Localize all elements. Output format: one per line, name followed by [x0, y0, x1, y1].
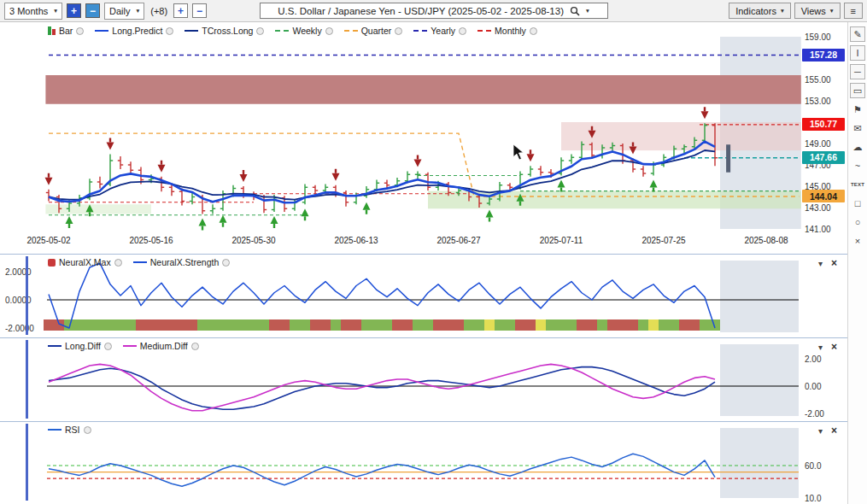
text-tool[interactable]: TEXT	[850, 177, 865, 192]
legend-item-weekly[interactable]: Weekly	[275, 26, 332, 36]
legend-item-rsi[interactable]: RSI	[48, 425, 91, 435]
legend-label: Yearly	[431, 26, 455, 36]
legend-toggle-dot[interactable]	[256, 27, 264, 35]
legend-item-long-diff[interactable]: Long.Diff	[48, 341, 112, 351]
legend-toggle-dot[interactable]	[104, 343, 112, 350]
hamburger-icon: ≡	[851, 6, 856, 16]
panel-divider[interactable]	[0, 421, 847, 422]
panel-collapse-button[interactable]: ▾	[818, 343, 823, 352]
legend-toggle-dot[interactable]	[222, 259, 230, 267]
symbol-search-box[interactable]: U.S. Dollar / Japanese Yen - USD/JPY (20…	[260, 3, 608, 19]
up-arrow-icon	[302, 208, 309, 216]
legend-toggle-dot[interactable]	[191, 343, 199, 350]
comment-tool[interactable]: ☁	[850, 139, 865, 155]
main-price-chart[interactable]	[0, 22, 801, 253]
line-marker-icon	[48, 345, 62, 347]
mouse-cursor	[513, 144, 524, 161]
rectangle-tool[interactable]: □	[850, 196, 865, 211]
neuralx-axis-labels: 2.00000.0000-2.0000	[2, 255, 44, 336]
up-arrow-icon	[271, 216, 278, 224]
up-arrow-icon	[220, 215, 227, 223]
panel-close-button[interactable]: ×	[831, 341, 837, 353]
up-arrow-icon	[363, 202, 371, 210]
down-arrow-icon	[158, 165, 166, 173]
indicators-label: Indicators	[735, 6, 776, 16]
legend-toggle-dot[interactable]	[166, 27, 173, 35]
menu-button[interactable]: ≡	[844, 3, 863, 19]
long.diff-line	[49, 367, 715, 410]
legend-item-tcross-long[interactable]: TCross.Long	[185, 26, 264, 36]
legend-toggle-dot[interactable]	[114, 259, 122, 267]
rect-draw-tool[interactable]: ▭	[850, 83, 865, 98]
square-marker-icon	[48, 259, 56, 267]
interval-select[interactable]: Daily ▾	[104, 3, 144, 20]
axis-tick-label: -2.0000	[5, 324, 34, 333]
neuralx-strength-line	[49, 263, 715, 328]
legend-label: Medium.Diff	[140, 341, 188, 351]
offset-minus-button[interactable]: −	[192, 3, 207, 18]
toolbar-right-group: Indicators ▾ Views ▾ ≡	[729, 3, 863, 19]
legend-toggle-dot[interactable]	[325, 27, 333, 35]
panel-collapse-button[interactable]: ▾	[818, 259, 823, 268]
legend-toggle-dot[interactable]	[76, 27, 84, 35]
panel-divider[interactable]	[0, 337, 847, 338]
top-toolbar: 3 Months ▾ + − Daily ▾ (+8) + − U.S. Dol…	[0, 0, 867, 22]
bar-marker-icon	[48, 26, 56, 35]
neuralx-panel-controls: ▾ ×	[818, 257, 847, 269]
axis-tick-label: 10.0	[805, 494, 821, 503]
down-arrow-icon	[414, 160, 422, 167]
legend-item-yearly[interactable]: Yearly	[413, 26, 466, 36]
panel-collapse-button[interactable]: ▾	[818, 426, 823, 436]
chevron-down-icon: ▾	[781, 7, 784, 15]
legend-toggle-dot[interactable]	[459, 27, 466, 35]
prediction-bar	[726, 144, 730, 173]
offset-plus-button[interactable]: +	[173, 3, 188, 18]
wave-tool[interactable]: ~	[850, 158, 865, 173]
ellipse-tool[interactable]: ○	[850, 214, 865, 230]
legend-item-neuralx-strength[interactable]: NeuralX.Strength	[133, 257, 231, 267]
legend-item-monthly[interactable]: Monthly	[477, 26, 537, 36]
range-minus-button[interactable]: −	[85, 3, 100, 18]
main-chart-legend: BarLong.PredictTCross.LongWeeklyQuarterY…	[48, 26, 537, 36]
price-tick-label: 155.00	[805, 75, 831, 85]
panel-divider[interactable]	[0, 254, 847, 255]
legend-item-long-predict[interactable]: Long.Predict	[95, 26, 173, 36]
up-arrow-icon	[486, 210, 494, 218]
panel-close-button[interactable]: ×	[831, 257, 837, 269]
diff-panel-chart[interactable]	[0, 339, 801, 419]
legend-toggle-dot[interactable]	[530, 27, 537, 35]
legend-item-bar[interactable]: Bar	[48, 26, 84, 36]
legend-item-neuralx-max[interactable]: NeuralX.Max	[48, 257, 122, 267]
line-marker-icon	[95, 30, 108, 32]
offset-label: (+8)	[150, 6, 167, 16]
note-tool[interactable]: ✉	[850, 120, 865, 136]
pencil-tool[interactable]: ✎	[850, 26, 865, 42]
range-select[interactable]: 3 Months ▾	[4, 3, 62, 20]
neuralx-panel-chart[interactable]	[0, 255, 801, 336]
axis-tick-label: 2.00	[805, 355, 821, 364]
delete-tool[interactable]: ×	[850, 233, 865, 249]
search-icon[interactable]	[570, 6, 580, 16]
chevron-down-icon[interactable]: ▾	[586, 7, 589, 15]
hline-tool[interactable]: ─	[850, 64, 865, 79]
legend-item-medium-diff[interactable]: Medium.Diff	[123, 341, 199, 351]
chevron-down-icon: ▾	[54, 7, 57, 15]
chevron-down-icon: ▾	[136, 7, 139, 15]
price-tick-label: 159.00	[805, 32, 831, 42]
range-plus-button[interactable]: +	[67, 3, 81, 18]
flag-tool[interactable]: ⚑	[850, 102, 865, 117]
line-marker-icon	[48, 429, 62, 431]
indicators-button[interactable]: Indicators ▾	[729, 3, 790, 19]
legend-item-quarter[interactable]: Quarter	[344, 26, 403, 36]
axis-tick-label: -2.00	[805, 409, 824, 419]
price-tick-label: 149.00	[805, 139, 831, 149]
price-axis[interactable]: 159.00155.00153.00149.00147.00145.00143.…	[801, 22, 847, 253]
cursor-tool[interactable]: I	[850, 45, 865, 61]
legend-label: TCross.Long	[202, 26, 253, 36]
legend-toggle-dot[interactable]	[84, 426, 91, 434]
panel-close-button[interactable]: ×	[831, 425, 837, 437]
rsi-panel-controls: ▾ ×	[818, 425, 847, 437]
legend-toggle-dot[interactable]	[395, 27, 402, 35]
rsi-panel-chart[interactable]	[0, 423, 801, 502]
views-button[interactable]: Views ▾	[794, 3, 841, 19]
